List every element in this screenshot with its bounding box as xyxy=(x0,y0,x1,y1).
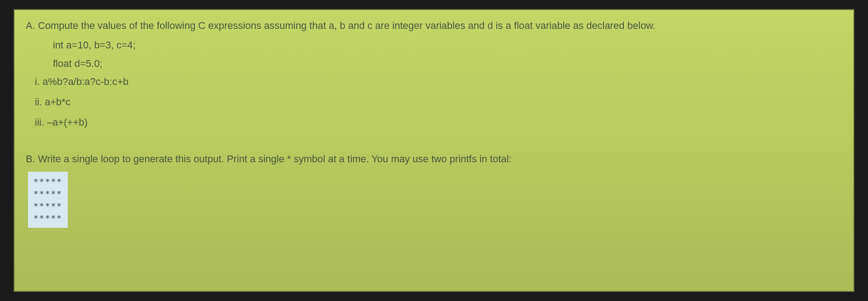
output-line: ***** xyxy=(33,212,62,224)
output-line: ***** xyxy=(33,200,62,212)
declaration-float: float d=5.0; xyxy=(53,57,842,71)
sub-item-ii: ii. a+b*c xyxy=(35,95,842,109)
output-line: ***** xyxy=(33,188,62,200)
question-a-header: A. Compute the values of the following C… xyxy=(26,19,842,33)
question-b-header: B. Write a single loop to generate this … xyxy=(26,152,842,166)
output-box: ***** ***** ***** ***** xyxy=(28,172,68,228)
declaration-int: int a=10, b=3, c=4; xyxy=(53,38,842,52)
output-line: ***** xyxy=(33,175,62,188)
question-content: A. Compute the values of the following C… xyxy=(14,9,854,292)
sub-item-i: i. a%b?a/b:a?c-b:c+b xyxy=(35,75,842,89)
sub-item-iii: iii. –a+(++b) xyxy=(35,116,842,130)
